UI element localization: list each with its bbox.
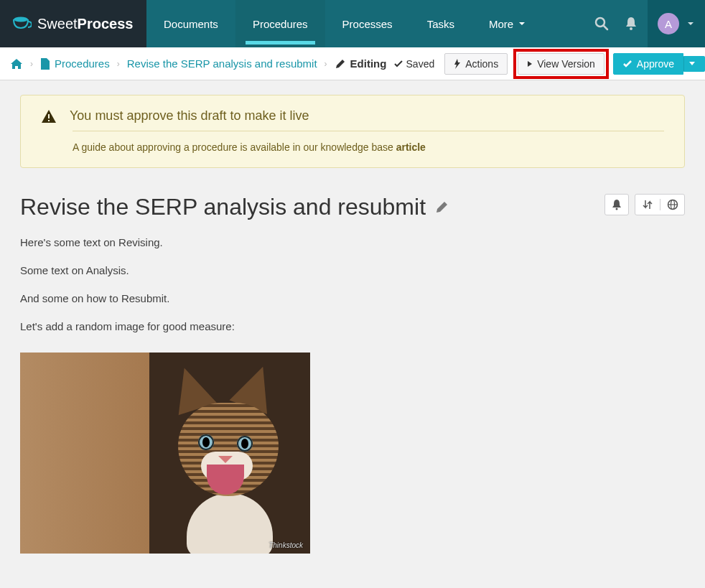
page-content: You must approve this draft to make it l…	[0, 80, 705, 568]
breadcrumb-separator: ›	[117, 59, 120, 69]
pencil-icon	[335, 58, 346, 70]
nav-procedures[interactable]: Procedures	[235, 0, 325, 47]
svg-rect-4	[48, 114, 50, 118]
procedures-crumb[interactable]: Procedures	[40, 57, 110, 70]
callout-highlight: View Version	[513, 49, 609, 79]
alert-article-link[interactable]: article	[396, 141, 426, 153]
body-paragraph: Let's add a random image for good measur…	[20, 320, 685, 332]
breadcrumb-separator: ›	[325, 59, 327, 69]
page-title-text: Revise the SERP analysis and resubmit	[20, 194, 426, 220]
view-version-label: View Version	[537, 58, 595, 70]
bell-icon[interactable]	[625, 17, 638, 31]
caret-down-icon	[688, 61, 696, 67]
bell-icon	[612, 199, 622, 210]
approve-dropdown[interactable]	[683, 56, 705, 72]
svg-point-3	[630, 27, 632, 30]
page-title: Revise the SERP analysis and resubmit	[20, 194, 604, 220]
procedures-crumb-label: Procedures	[55, 57, 110, 70]
title-row: Revise the SERP analysis and resubmit	[20, 194, 685, 220]
subscribe-button[interactable]	[604, 194, 629, 215]
current-crumb[interactable]: Revise the SERP analysis and resubmit	[127, 57, 317, 70]
content-image: Thinkstock	[20, 353, 310, 554]
globe-icon	[667, 199, 678, 210]
nav-utility-icons	[579, 0, 648, 47]
chevron-down-icon	[518, 19, 526, 28]
nav-more-label: More	[489, 18, 513, 30]
check-icon	[622, 59, 632, 69]
alert-title: You must approve this draft to make it l…	[70, 108, 309, 123]
avatar: A	[658, 13, 679, 34]
editing-label: Editing	[350, 57, 387, 70]
caret-right-icon	[527, 60, 533, 67]
warning-icon	[41, 109, 57, 123]
chevron-down-icon	[686, 19, 695, 28]
nav-more[interactable]: More	[472, 0, 543, 47]
procedure-body: Here's some text on Revising. Some text …	[20, 236, 685, 332]
alert-heading: You must approve this draft to make it l…	[41, 108, 664, 123]
image-watermark: Thinkstock	[269, 541, 303, 549]
nav-documents[interactable]: Documents	[146, 0, 235, 47]
title-buttons-pair	[635, 194, 685, 215]
nav-tasks[interactable]: Tasks	[410, 0, 472, 47]
actions-button[interactable]: Actions	[444, 53, 508, 75]
saved-status: Saved	[393, 58, 435, 70]
title-action-group	[604, 194, 685, 215]
nav-processes[interactable]: Processes	[325, 0, 410, 47]
brand-logo[interactable]: SweetProcess	[0, 0, 146, 47]
svg-line-2	[604, 26, 607, 29]
home-icon	[10, 58, 23, 70]
brand-text: SweetProcess	[37, 16, 133, 32]
nav-links: Documents Procedures Processes Tasks Mor…	[146, 0, 579, 47]
svg-rect-5	[48, 120, 50, 121]
breadcrumb-bar: › Procedures › Revise the SERP analysis …	[0, 47, 705, 80]
sort-icon	[643, 199, 653, 210]
breadcrumb-separator: ›	[30, 59, 33, 69]
view-version-button[interactable]: View Version	[518, 53, 604, 75]
actions-label: Actions	[465, 58, 498, 70]
check-icon	[393, 59, 403, 69]
body-paragraph: And some on how to Resubmit.	[20, 292, 685, 304]
reorder-button[interactable]	[635, 199, 660, 210]
svg-point-0	[14, 17, 28, 22]
saved-label: Saved	[406, 58, 435, 70]
user-menu[interactable]: A	[648, 0, 705, 47]
body-paragraph: Here's some text on Revising.	[20, 236, 685, 248]
approve-label: Approve	[637, 58, 674, 70]
visibility-button[interactable]	[660, 199, 684, 210]
cup-icon	[13, 16, 32, 32]
pencil-icon[interactable]	[434, 200, 449, 215]
alert-body-text: A guide about approving a procedure is a…	[73, 141, 396, 153]
search-icon[interactable]	[594, 17, 609, 31]
approve-button[interactable]: Approve	[613, 53, 683, 75]
home-crumb[interactable]	[10, 58, 23, 70]
body-paragraph: Some text on Analysis.	[20, 264, 685, 276]
bolt-icon	[454, 59, 461, 69]
top-nav: SweetProcess Documents Procedures Proces…	[0, 0, 705, 47]
document-icon	[40, 58, 50, 70]
editing-indicator: Editing	[335, 57, 387, 70]
svg-point-6	[616, 208, 618, 210]
approval-alert: You must approve this draft to make it l…	[20, 95, 685, 168]
alert-divider	[73, 131, 664, 131]
alert-body: A guide about approving a procedure is a…	[73, 141, 664, 153]
